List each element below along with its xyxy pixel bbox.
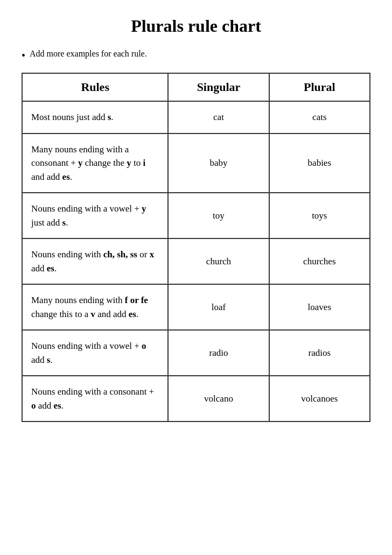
- plurals-table: Rules Singular Plural Most nouns just ad…: [22, 73, 370, 422]
- table-row: Most nouns just add s.catcats: [22, 101, 370, 134]
- table-row: Nouns ending with a vowel + o add s.radi…: [22, 330, 370, 376]
- rule-cell: Nouns ending with a vowel + y just add s…: [22, 193, 168, 238]
- singular-cell: loaf: [168, 284, 269, 330]
- instruction-label: Add more examples for each rule.: [30, 49, 147, 59]
- table-header-row: Rules Singular Plural: [22, 73, 370, 101]
- table-row: Nouns ending with a vowel + y just add s…: [22, 193, 370, 238]
- table-row: Many nouns ending with a consonant + y c…: [22, 134, 370, 193]
- rule-cell: Nouns ending with a consonant + o add es…: [22, 376, 168, 421]
- bullet-icon: •: [22, 49, 25, 62]
- rule-cell: Many nouns ending with f or fe change th…: [22, 284, 168, 330]
- singular-cell: cat: [168, 101, 269, 134]
- plural-cell: loaves: [269, 284, 370, 330]
- table-row: Many nouns ending with f or fe change th…: [22, 284, 370, 330]
- instruction-text: • Add more examples for each rule.: [22, 49, 370, 62]
- singular-cell: volcano: [168, 376, 269, 421]
- rule-cell: Many nouns ending with a consonant + y c…: [22, 134, 168, 193]
- header-plural: Plural: [269, 73, 370, 101]
- singular-cell: church: [168, 238, 269, 284]
- header-rules: Rules: [22, 73, 168, 101]
- singular-cell: radio: [168, 330, 269, 376]
- plural-cell: toys: [269, 193, 370, 238]
- plural-cell: volcanoes: [269, 376, 370, 421]
- singular-cell: baby: [168, 134, 269, 193]
- rule-cell: Most nouns just add s.: [22, 101, 168, 134]
- plural-cell: babies: [269, 134, 370, 193]
- plural-cell: churches: [269, 238, 370, 284]
- table-row: Nouns ending with ch, sh, ss or x add es…: [22, 238, 370, 284]
- singular-cell: toy: [168, 193, 269, 238]
- table-row: Nouns ending with a consonant + o add es…: [22, 376, 370, 421]
- page-title: Plurals rule chart: [22, 16, 370, 36]
- plural-cell: radios: [269, 330, 370, 376]
- plural-cell: cats: [269, 101, 370, 134]
- rule-cell: Nouns ending with ch, sh, ss or x add es…: [22, 238, 168, 284]
- header-singular: Singular: [168, 73, 269, 101]
- rule-cell: Nouns ending with a vowel + o add s.: [22, 330, 168, 376]
